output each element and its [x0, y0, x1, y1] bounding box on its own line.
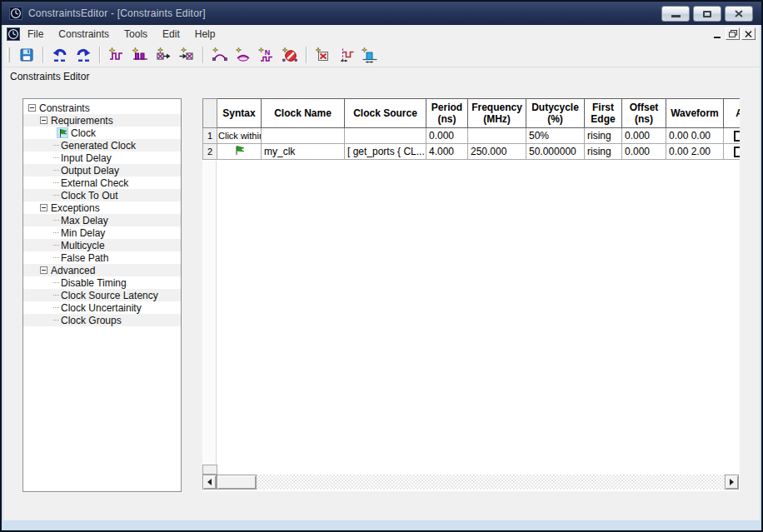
save-button[interactable] — [16, 44, 37, 66]
cell-waveform[interactable]: 0.00 0.00 — [666, 128, 724, 144]
cell-clock-name[interactable]: my_clk — [262, 144, 345, 160]
add-clock-uncertainty-constraint-button[interactable] — [359, 44, 381, 66]
scrollbar-thumb[interactable] — [217, 475, 257, 490]
green-flag-icon — [58, 128, 67, 138]
menu-help[interactable]: Help — [187, 25, 223, 43]
cell-clock-source[interactable] — [345, 128, 426, 144]
add-false-path-constraint-button[interactable] — [279, 44, 301, 66]
add-generated-clock-constraint-button[interactable] — [129, 44, 151, 66]
tree-item-output-delay[interactable]: Output Delay — [23, 164, 181, 177]
tree-item-clock[interactable]: Clock — [23, 127, 181, 139]
menu-constraints[interactable]: Constraints — [51, 25, 117, 43]
collapse-toggle-icon[interactable] — [40, 204, 47, 211]
cell-clock-name[interactable] — [262, 128, 345, 144]
col-clock-source: Clock Source — [345, 99, 426, 128]
tree-item-label: Requirements — [51, 115, 113, 127]
tree-item-clock-to-out[interactable]: Clock To Out — [23, 189, 181, 201]
cell-first-edge[interactable]: rising — [585, 144, 622, 160]
tree-item-requirements[interactable]: Requirements — [23, 114, 181, 127]
add-checkbox[interactable] — [734, 147, 740, 157]
tree-item-multicycle[interactable]: Multicycle — [23, 239, 181, 251]
save-floppy-icon — [18, 47, 35, 63]
col-frequency: Frequency (MHz) — [468, 99, 526, 128]
mdi-restore-icon — [729, 30, 737, 37]
min-delay-icon — [235, 47, 252, 63]
toolbar: N — [3, 43, 760, 67]
page-title: Constraints Editor — [10, 71, 89, 82]
tree-item-clock-groups[interactable]: Clock Groups — [23, 314, 181, 326]
menu-tools[interactable]: Tools — [117, 25, 155, 43]
cell-syntax[interactable] — [217, 144, 262, 160]
cell-period[interactable]: 0.000 — [426, 128, 468, 144]
tree-item-exceptions[interactable]: Exceptions — [23, 201, 181, 214]
mdi-restore-button[interactable] — [726, 27, 740, 40]
generated-clock-icon — [132, 47, 148, 63]
maximize-button[interactable] — [693, 6, 721, 22]
cell-dutycycle[interactable]: 50% — [526, 128, 585, 144]
mdi-minimize-button[interactable] — [710, 27, 724, 40]
mdi-window-controls — [710, 27, 756, 40]
add-checkbox[interactable] — [734, 131, 740, 142]
scrollbar-track[interactable] — [257, 475, 725, 490]
tree-item-constraints[interactable]: Constraints — [23, 102, 181, 114]
cell-frequency[interactable]: 250.000 — [468, 144, 526, 160]
cell-dutycycle[interactable]: 50.000000 — [526, 144, 585, 160]
tree-item-input-delay[interactable]: Input Delay — [23, 152, 181, 164]
redo-button[interactable] — [72, 44, 94, 66]
collapse-toggle-icon[interactable] — [28, 104, 36, 112]
minimize-button[interactable] — [661, 6, 690, 22]
cell-waveform[interactable]: 0.00 2.00 — [666, 144, 724, 160]
col-waveform: Waveform — [666, 99, 724, 128]
title-bar[interactable]: ConstraintsEditor - [Constraints Editor] — [2, 2, 761, 25]
window-controls — [661, 6, 753, 22]
cell-clock-source[interactable]: [ get_ports { CL... — [345, 144, 426, 160]
cell-add-checkbox — [724, 144, 741, 160]
tree-item-min-delay[interactable]: Min Delay — [23, 226, 181, 239]
cell-offset[interactable]: 0.000 — [622, 144, 666, 160]
mdi-minimize-icon — [714, 37, 721, 38]
col-dutycycle: Dutycycle (%) — [526, 99, 585, 128]
menu-file[interactable]: File — [20, 25, 51, 43]
cell-first-edge[interactable]: rising — [585, 128, 622, 144]
add-input-delay-constraint-button[interactable] — [152, 44, 174, 66]
mdi-close-button[interactable] — [741, 27, 756, 40]
constraints-table: Syntax Clock Name Clock Source Period (n… — [202, 98, 740, 160]
add-clock-constraint-button[interactable] — [106, 44, 127, 66]
tree-item-max-delay[interactable]: Max Delay — [23, 214, 181, 226]
close-button[interactable] — [725, 6, 753, 22]
tree-item-disable-timing[interactable]: Disable Timing — [23, 276, 181, 289]
mdi-child-clock-icon[interactable] — [7, 27, 20, 41]
add-min-delay-constraint-button[interactable] — [232, 44, 254, 66]
undo-button[interactable] — [49, 44, 71, 66]
tree-item-external-check[interactable]: External Check — [23, 177, 181, 189]
toolbar-grip[interactable] — [7, 47, 10, 62]
tree-item-false-path[interactable]: False Path — [23, 251, 181, 264]
add-output-delay-constraint-button[interactable] — [176, 44, 197, 66]
tree-item-label: Clock Uncertainity — [61, 302, 142, 314]
mdi-close-icon — [745, 31, 752, 37]
tree-item-generated-clock[interactable]: Generated Clock — [23, 139, 181, 152]
cell-frequency[interactable] — [468, 128, 526, 144]
tree-item-label: Input Delay — [61, 152, 112, 164]
cell-syntax[interactable]: Click within — [217, 128, 262, 144]
tree-item-clock-uncertainty[interactable]: Clock Uncertainity — [23, 301, 181, 314]
app-clock-icon — [9, 7, 22, 20]
tree-item-advanced[interactable]: Advanced — [23, 264, 181, 276]
col-clipped: A — [724, 99, 741, 128]
add-max-delay-constraint-button[interactable] — [209, 44, 231, 66]
menu-edit[interactable]: Edit — [155, 25, 187, 43]
table-row: 1 Click within 0.000 50% rising 0.000 0.… — [203, 128, 741, 144]
tree-item-clock-source-latency[interactable]: Clock Source Latency — [23, 289, 181, 301]
cell-offset[interactable]: 0.000 — [622, 128, 666, 144]
add-clock-source-latency-constraint-button[interactable] — [336, 44, 357, 66]
tree-item-label: Disable Timing — [61, 277, 127, 289]
collapse-toggle-icon[interactable] — [40, 117, 47, 124]
horizontal-scrollbar[interactable] — [202, 475, 739, 490]
add-multicycle-constraint-button[interactable]: N — [256, 44, 277, 66]
add-disable-timing-constraint-button[interactable] — [312, 44, 334, 66]
cell-period[interactable]: 4.000 — [426, 144, 468, 160]
scroll-right-button[interactable] — [725, 475, 739, 490]
collapse-toggle-icon[interactable] — [40, 266, 47, 274]
header-row: Syntax Clock Name Clock Source Period (n… — [203, 99, 741, 128]
scroll-left-button[interactable] — [202, 475, 217, 490]
